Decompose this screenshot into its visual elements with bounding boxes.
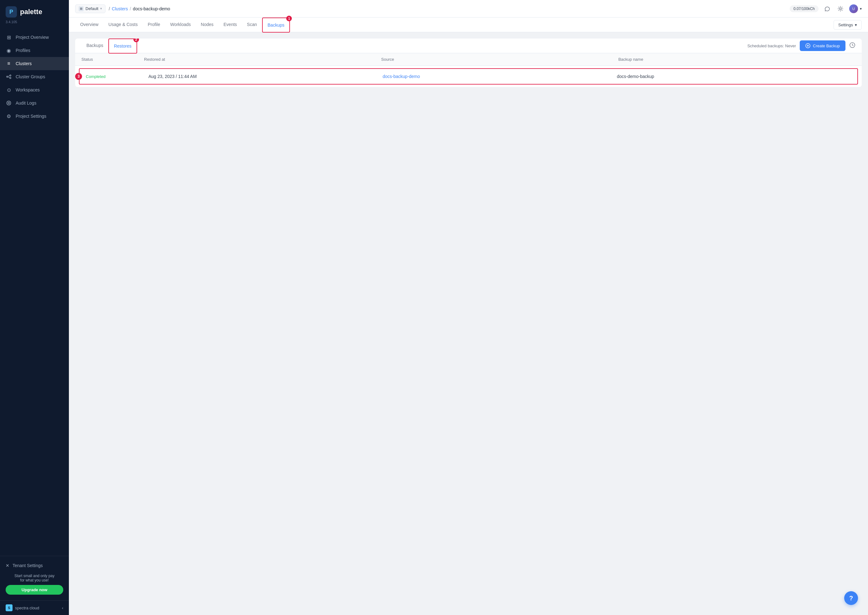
profiles-icon: ◉ [6, 47, 12, 53]
inner-tab-wrapper-restores: Restores 2 [108, 39, 137, 53]
sidebar-item-project-overview[interactable]: ⊞ Project Overview [0, 31, 69, 44]
svg-point-1 [10, 75, 11, 76]
table-row: 3 Completed Aug 23, 2023 / 11:44 AM docs… [79, 68, 858, 84]
svg-point-0 [6, 76, 8, 77]
svg-line-4 [8, 77, 10, 78]
svg-point-2 [10, 77, 11, 79]
tab-usage-costs[interactable]: Usage & Costs [103, 17, 142, 32]
step-badge-3: 3 [75, 73, 82, 80]
source-link[interactable]: docs-backup-demo [382, 74, 420, 79]
avatar-image: U [849, 5, 858, 13]
logo-text: palette [20, 8, 42, 16]
content-area: Backups Restores 2 Scheduled backups: Ne… [69, 32, 868, 615]
scheduled-text: Scheduled backups: Never [748, 44, 796, 48]
subnav: Overview Usage & Costs Profile Workloads… [69, 17, 868, 32]
upgrade-text: Start small and only payfor what you use… [6, 574, 63, 582]
sidebar-item-profiles[interactable]: ◉ Profiles [0, 44, 69, 57]
chat-icon[interactable] [823, 5, 832, 13]
sidebar-item-audit-logs[interactable]: Audit Logs [0, 97, 69, 109]
environment-selector[interactable]: ⊞ Default ▾ [75, 5, 106, 13]
tenant-settings-label: Tenant Settings [12, 563, 43, 568]
breadcrumb: / Clusters / docs-backup-demo [109, 6, 170, 11]
settings-icon[interactable] [836, 5, 845, 13]
inner-tabs: Backups Restores 2 Scheduled backups: Ne… [75, 39, 862, 53]
content-card: Backups Restores 2 Scheduled backups: Ne… [75, 39, 862, 87]
help-button[interactable]: ? [844, 591, 858, 605]
user-avatar[interactable]: U ▾ [849, 5, 862, 13]
cell-source: docs-backup-demo [382, 74, 617, 79]
sidebar-item-label: Cluster Groups [16, 74, 45, 79]
sidebar-nav: ⊞ Project Overview ◉ Profiles ≡ Clusters… [0, 28, 69, 556]
col-header-status: Status [81, 57, 144, 62]
version-label: 3.4.105 [0, 19, 69, 28]
col-header-restored-at: Restored at [144, 57, 381, 62]
upgrade-button[interactable]: Upgrade now [6, 585, 63, 595]
breadcrumb-separator: / [109, 6, 110, 11]
sidebar-footer: S spectra cloud ‹ [0, 600, 69, 615]
sidebar-item-label: Workspaces [16, 87, 40, 92]
inner-tab-actions: Scheduled backups: Never Create Backup [748, 41, 856, 51]
user-name-label: ▾ [860, 6, 862, 11]
clock-icon[interactable] [849, 42, 856, 50]
topbar: ⊞ Default ▾ / Clusters / docs-backup-dem… [69, 0, 868, 17]
main-content: ⊞ Default ▾ / Clusters / docs-backup-dem… [69, 0, 868, 615]
restores-badge: 2 [133, 39, 139, 42]
tab-profile[interactable]: Profile [143, 17, 165, 32]
sidebar-item-label: Audit Logs [16, 100, 36, 106]
logo-area: P palette [0, 0, 69, 19]
topbar-left: ⊞ Default ▾ / Clusters / docs-backup-dem… [75, 5, 170, 13]
spectra-logo: S spectra cloud [6, 604, 39, 611]
sidebar-item-cluster-groups[interactable]: Cluster Groups [0, 70, 69, 83]
clusters-icon: ≡ [6, 61, 12, 67]
workspaces-icon: ⊙ [6, 87, 12, 93]
inner-tab-list: Backups Restores 2 [81, 39, 137, 53]
create-backup-label: Create Backup [813, 44, 840, 48]
tab-wrapper-backups: Backups 1 [262, 17, 290, 32]
subnav-tabs: Overview Usage & Costs Profile Workloads… [75, 17, 290, 32]
usage-badge: 0.07/100kCh [790, 5, 818, 12]
create-backup-button[interactable]: Create Backup [800, 41, 845, 51]
spectra-icon: S [6, 604, 12, 611]
svg-line-3 [8, 76, 10, 77]
inner-tab-restores[interactable]: Restores 2 [108, 39, 137, 53]
tab-backups[interactable]: Backups 1 [262, 17, 290, 33]
svg-point-7 [840, 8, 841, 10]
table-body: 3 Completed Aug 23, 2023 / 11:44 AM docs… [75, 68, 862, 84]
sidebar-item-workspaces[interactable]: ⊙ Workspaces [0, 83, 69, 97]
col-header-backup-name: Backup name [618, 57, 856, 62]
env-chevron-icon: ▾ [100, 6, 102, 11]
tab-overview[interactable]: Overview [75, 17, 103, 32]
settings-chevron-icon: ▾ [855, 23, 857, 27]
sidebar-item-label: Clusters [16, 61, 32, 66]
cell-restored-at: Aug 23, 2023 / 11:44 AM [148, 74, 382, 79]
tenant-settings-icon: ✕ [6, 563, 9, 568]
tab-events[interactable]: Events [219, 17, 242, 32]
svg-point-5 [7, 101, 11, 105]
project-settings-icon: ⚙ [6, 113, 12, 119]
sidebar-collapse-icon[interactable]: ‹ [62, 606, 63, 610]
cell-backup-name: docs-demo-backup [617, 74, 851, 79]
sidebar-item-label: Project Overview [16, 35, 49, 40]
settings-button[interactable]: Settings ▾ [834, 20, 862, 30]
tab-workloads[interactable]: Workloads [165, 17, 196, 32]
breadcrumb-clusters-link[interactable]: Clusters [112, 6, 128, 11]
table-header: Status Restored at Source Backup name [75, 53, 862, 66]
inner-tab-backups[interactable]: Backups [81, 39, 108, 53]
sidebar-item-clusters[interactable]: ≡ Clusters [0, 57, 69, 70]
cell-status: Completed [86, 74, 148, 79]
audit-logs-icon [6, 100, 12, 106]
breadcrumb-sep: / [130, 6, 131, 11]
env-selector-label: Default [86, 6, 98, 11]
tenant-settings-item[interactable]: ✕ Tenant Settings [6, 560, 63, 571]
tab-scan[interactable]: Scan [242, 17, 262, 32]
env-icon: ⊞ [79, 6, 84, 11]
tab-nodes[interactable]: Nodes [196, 17, 218, 32]
create-backup-icon [806, 43, 810, 48]
svg-point-6 [8, 102, 10, 104]
sidebar-item-project-settings[interactable]: ⚙ Project Settings [0, 109, 69, 123]
sidebar-bottom: ✕ Tenant Settings Start small and only p… [0, 556, 69, 600]
col-header-source: Source [381, 57, 618, 62]
spectra-label: spectra cloud [15, 606, 39, 610]
sidebar-item-label: Project Settings [16, 114, 46, 119]
cluster-groups-icon [6, 73, 12, 80]
